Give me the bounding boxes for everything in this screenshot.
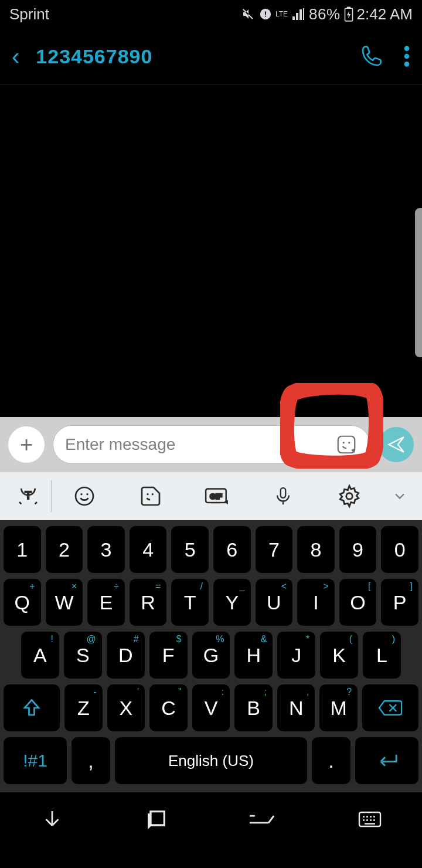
key-f[interactable]: $F [149,632,188,679]
key-9[interactable]: 9 [339,526,377,573]
conversation-area[interactable] [0,85,422,417]
clock-label: 2:42 AM [357,5,413,23]
call-button[interactable] [360,45,383,68]
svg-point-18 [346,493,352,500]
voice-input-button[interactable] [250,472,316,520]
key-0[interactable]: 0 [381,526,418,573]
svg-rect-17 [281,488,286,498]
key-p[interactable]: ]P [381,579,418,626]
battery-percent: 86% [309,5,341,23]
key-4[interactable]: 4 [130,526,167,573]
more-options-button[interactable] [403,45,410,68]
key-enter[interactable] [355,737,418,784]
key-i[interactable]: >I [297,579,335,626]
key-e[interactable]: ÷E [87,579,125,626]
key-space[interactable]: English (US) [115,737,307,784]
key-h[interactable]: &H [234,632,273,679]
composer: + [0,417,422,472]
key-l[interactable]: )L [363,632,401,679]
svg-point-7 [343,442,345,443]
battery-charging-icon [344,6,353,22]
status-bar: Sprint LTE 86% 2:42 AM [0,0,422,28]
network-label: LTE [275,11,288,17]
svg-point-14 [152,493,154,495]
nav-home-button[interactable] [248,809,277,829]
message-input[interactable] [65,435,335,454]
svg-point-12 [87,493,89,495]
svg-point-13 [147,493,149,495]
conversation-title[interactable]: 1234567890 [36,45,360,68]
key-a[interactable]: !A [21,632,59,679]
key-r[interactable]: =R [130,579,167,626]
key-n[interactable]: ,N [277,684,315,731]
alarm-icon [259,8,272,21]
key-m[interactable]: ?M [319,684,358,731]
key-x[interactable]: 'X [107,684,145,731]
key-shift[interactable] [4,684,60,731]
svg-point-5 [404,62,410,67]
key-o[interactable]: [O [339,579,377,626]
send-button[interactable] [379,427,414,462]
svg-point-11 [81,493,83,495]
svg-point-10 [76,487,93,505]
key-g[interactable]: %G [192,632,230,679]
sticker-kb-button[interactable] [118,472,184,520]
key-symbols[interactable]: !#1 [4,737,67,784]
key-k[interactable]: (K [320,632,358,679]
key-backspace[interactable] [362,684,418,731]
svg-point-4 [404,54,410,59]
signal-icon [291,7,305,21]
sticker-button[interactable] [335,433,358,456]
key-z[interactable]: -Z [64,684,103,731]
key-row-qwerty: +Q ×W ÷E =R /T _Y <U >I [O ]P [4,579,418,626]
key-j[interactable]: *J [277,632,315,679]
keyboard-settings-button[interactable] [316,472,382,520]
nav-keyboard-switch-button[interactable] [358,809,382,829]
toolbar-collapse-button[interactable] [382,472,417,520]
svg-point-3 [404,46,410,51]
svg-text:T: T [25,489,31,501]
status-icons: LTE 86% 2:42 AM [241,5,413,23]
text-separator-button[interactable]: T [5,472,52,520]
key-w[interactable]: ×W [46,579,83,626]
carrier-label: Sprint [9,5,49,23]
attach-button[interactable]: + [8,426,45,463]
key-2[interactable]: 2 [46,526,83,573]
key-7[interactable]: 7 [256,526,293,573]
keyboard-toolbar: T GIF [0,472,422,520]
key-row-bottom: !#1 , English (US) . [4,737,418,784]
app-bar: ‹ 1234567890 [0,28,422,84]
key-5[interactable]: 5 [171,526,209,573]
key-b[interactable]: ;B [234,684,273,731]
key-y[interactable]: _Y [213,579,251,626]
mute-icon [241,7,256,21]
svg-rect-2 [346,7,350,9]
key-comma[interactable]: , [72,737,110,784]
key-1[interactable]: 1 [4,526,41,573]
key-6[interactable]: 6 [213,526,251,573]
scroll-handle[interactable] [415,208,422,357]
key-3[interactable]: 3 [87,526,125,573]
key-u[interactable]: <U [256,579,293,626]
svg-point-8 [348,442,350,443]
key-row-zxcv: -Z 'X "C :V ;B ,N ?M [4,684,418,731]
key-v[interactable]: :V [192,684,230,731]
key-period[interactable]: . [312,737,350,784]
key-t[interactable]: /T [171,579,209,626]
message-field[interactable] [53,425,370,464]
key-c[interactable]: "C [149,684,188,731]
key-row-numbers: 1 2 3 4 5 6 7 8 9 0 [4,526,418,573]
key-d[interactable]: #D [107,632,145,679]
key-row-asdf: !A @S #D $F %G &H *J (K )L [4,632,418,679]
svg-text:GIF: GIF [210,493,222,501]
back-button[interactable]: ‹ [12,43,19,70]
keyboard: 1 2 3 4 5 6 7 8 9 0 +Q ×W ÷E =R /T _Y <U… [0,520,422,792]
gif-button[interactable]: GIF [184,472,250,520]
key-8[interactable]: 8 [297,526,335,573]
nav-hide-keyboard-button[interactable] [40,807,64,832]
emoji-button[interactable] [52,472,118,520]
system-nav-bar [0,792,422,846]
nav-recents-button[interactable] [145,808,168,831]
key-q[interactable]: +Q [4,579,41,626]
key-s[interactable]: @S [64,632,102,679]
